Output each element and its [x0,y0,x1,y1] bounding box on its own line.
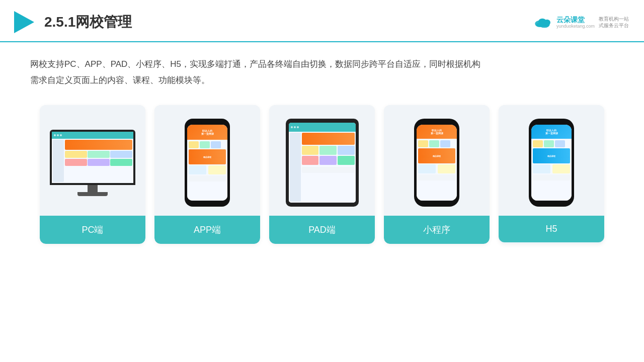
header-left: 2.5.1网校管理 [10,9,132,35]
card-pc: PC端 [40,105,145,244]
play-icon [10,9,36,35]
card-pad-label: PAD端 [269,216,375,244]
card-h5-image: 职达人的第一堂网课 精品课程 [499,105,604,216]
phone-miniprogram-icon: 职达人的第一堂网课 精品课程 [414,119,459,207]
card-app-image: 职达人的第一堂网课 精品课程 [154,105,260,216]
card-miniprogram-label: 小程序 [384,216,490,244]
page-title: 2.5.1网校管理 [44,13,132,32]
description-text: 网校支持PC、APP、PAD、小程序、H5，实现多端打通，产品各终端自由切换，数… [30,56,614,89]
logo-area: 云朵课堂 yunduoketang.com 教育机构一站式服务云平台 [532,15,629,29]
header: 2.5.1网校管理 云朵课堂 yunduoketang.com 教育机构一站式服… [0,0,644,42]
logo-text-block: 云朵课堂 yunduoketang.com [556,16,595,29]
card-h5: 职达人的第一堂网课 精品课程 [499,105,604,244]
card-pc-label: PC端 [40,216,145,244]
card-h5-label: H5 [499,216,604,242]
main-content: 网校支持PC、APP、PAD、小程序、H5，实现多端打通，产品各终端自由切换，数… [0,42,644,254]
cloud-icon [532,15,552,29]
phone-screen-text: 职达人的第一堂网课 [201,129,214,135]
cards-container: PC端 职达人的第一堂网课 [30,105,614,244]
card-pad-image [269,105,375,216]
card-app: 职达人的第一堂网课 精品课程 [154,105,260,244]
tablet-icon [286,119,359,207]
phone-app-icon: 职达人的第一堂网课 精品课程 [185,119,230,207]
svg-rect-5 [536,23,549,27]
card-pc-image [40,105,145,216]
svg-marker-0 [14,11,34,33]
card-app-label: APP端 [154,216,260,244]
logo-tagline: 教育机构一站式服务云平台 [599,16,629,29]
pc-monitor-icon [50,130,135,196]
logo-url: yunduoketang.com [556,24,595,29]
card-pad: PAD端 [269,105,375,244]
card-miniprogram-image: 职达人的第一堂网课 精品课程 [384,105,490,216]
card-miniprogram: 职达人的第一堂网课 精品课程 [384,105,490,244]
phone-h5-icon: 职达人的第一堂网课 精品课程 [529,119,574,207]
logo-name: 云朵课堂 [556,16,595,24]
